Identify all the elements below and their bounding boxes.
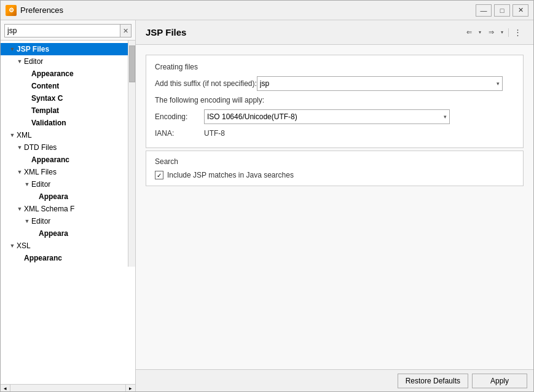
tree-item-content[interactable]: Content <box>1 80 128 92</box>
tree-item-xml[interactable]: ▼XML <box>1 129 128 141</box>
restore-defaults-button[interactable]: Restore Defaults <box>398 374 468 388</box>
back-dropdown-button[interactable]: ▾ <box>476 26 484 39</box>
tree-item-xml-appearance[interactable]: Appeara <box>1 190 128 203</box>
encoding-label: Encoding: <box>155 112 204 121</box>
tree-label-syntax: Syntax C <box>31 94 63 103</box>
tree-expander-xml-schema[interactable]: ▼ <box>15 203 24 215</box>
nav-buttons: ⇐ ▾ ⇒ ▾ ⋮ <box>463 26 524 39</box>
panel-menu-button[interactable]: ⋮ <box>511 26 524 39</box>
include-jsp-label: Include JSP matches in Java searches <box>167 171 294 179</box>
tree-label-xsl: XSL <box>17 241 31 250</box>
suffix-label: Add this suffix (if not specified): <box>155 79 257 88</box>
tree-label-xml-schema: XML Schema F <box>24 205 74 213</box>
restore-button[interactable]: □ <box>494 4 510 17</box>
tree-expander-jsp-files[interactable]: ▼ <box>8 43 17 55</box>
tree-label-xml-appearance: Appeara <box>39 192 68 201</box>
left-panel: ✕ ▼JSP Files▼EditorAppearanceContentSynt… <box>1 20 136 391</box>
tree-item-xml-schema-appear[interactable]: Appeara <box>1 227 128 240</box>
suffix-select-value: jsp <box>260 79 494 88</box>
tree-item-editor[interactable]: ▼Editor <box>1 55 128 68</box>
tree-label-content: Content <box>31 82 59 90</box>
search-input[interactable] <box>4 24 120 37</box>
include-jsp-checkbox[interactable]: ✓ <box>155 171 163 179</box>
tree-item-templates[interactable]: Templat <box>1 104 128 117</box>
iana-label: IANA: <box>155 129 204 138</box>
encoding-select[interactable]: ISO 10646/Unicode(UTF-8) ▾ <box>204 109 450 124</box>
iana-value: UTF-8 <box>204 129 225 138</box>
search-container: ✕ <box>1 20 135 41</box>
tree-label-xml-files: XML Files <box>24 168 57 176</box>
tree-expander-content[interactable] <box>23 80 31 92</box>
tree-item-xml-editor[interactable]: ▼Editor <box>1 178 128 190</box>
iana-row: IANA: UTF-8 <box>155 129 514 138</box>
tree-expander-templates[interactable] <box>23 104 31 117</box>
suffix-select[interactable]: jsp ▾ <box>257 76 503 91</box>
creating-files-label: Creating files <box>155 63 514 71</box>
tree-item-xsl-appearance[interactable]: Appearanc <box>1 252 128 264</box>
title-bar: ⚙ Preferences — □ ✕ <box>1 1 533 20</box>
tree-item-xml-schema-editor[interactable]: ▼Editor <box>1 215 128 227</box>
search-clear-button[interactable]: ✕ <box>120 24 132 37</box>
tree-item-dtd-appearance[interactable]: Appearanc <box>1 154 128 166</box>
tree-expander-editor[interactable]: ▼ <box>15 55 24 68</box>
tree-expander-dtd-files[interactable]: ▼ <box>15 141 24 154</box>
right-footer: Restore Defaults Apply <box>136 369 533 391</box>
encoding-dropdown-arrow: ▾ <box>444 114 447 120</box>
minimize-button[interactable]: — <box>476 4 492 17</box>
forward-button[interactable]: ⇒ <box>485 26 497 39</box>
search-section-label: Search <box>155 157 514 166</box>
tree-expander-validation[interactable] <box>23 117 31 129</box>
back-button[interactable]: ⇐ <box>463 26 475 39</box>
tree-item-jsp-files[interactable]: ▼JSP Files <box>1 43 128 55</box>
tree-container: ▼JSP Files▼EditorAppearanceContentSyntax… <box>1 41 135 384</box>
encoding-select-value: ISO 10646/Unicode(UTF-8) <box>207 112 441 121</box>
tree-expander-xml-files[interactable]: ▼ <box>15 166 24 178</box>
tree-label-xml-editor: Editor <box>31 180 50 189</box>
encoding-note: The following encoding will apply: <box>155 96 514 104</box>
tree-label-jsp-files: JSP Files <box>17 45 49 53</box>
nav-separator <box>508 28 509 37</box>
tree-item-xml-files[interactable]: ▼XML Files <box>1 166 128 178</box>
apply-button[interactable]: Apply <box>472 374 527 388</box>
tree-scrollbar[interactable] <box>128 41 135 267</box>
tree-label-templates: Templat <box>31 106 59 115</box>
tree-items: ▼JSP Files▼EditorAppearanceContentSyntax… <box>1 41 128 267</box>
right-header: JSP Files ⇐ ▾ ⇒ ▾ ⋮ <box>136 20 533 45</box>
tree-expander-xml[interactable]: ▼ <box>8 129 17 141</box>
tree-expander-xsl[interactable]: ▼ <box>8 240 17 252</box>
close-button[interactable]: ✕ <box>512 4 528 17</box>
tree-expander-xml-schema-editor[interactable]: ▼ <box>23 215 31 227</box>
tree-item-syntax[interactable]: Syntax C <box>1 92 128 104</box>
scroll-left-button[interactable]: ◂ <box>1 385 10 392</box>
tree-item-xml-schema[interactable]: ▼XML Schema F <box>1 203 128 215</box>
search-section: Search ✓ Include JSP matches in Java sea… <box>146 151 524 186</box>
tree-label-xml: XML <box>17 131 32 139</box>
tree-item-appearance[interactable]: Appearance <box>1 68 128 80</box>
tree-label-dtd-files: DTD Files <box>24 143 57 152</box>
tree-expander-xml-editor[interactable]: ▼ <box>23 178 31 190</box>
tree-expander-syntax[interactable] <box>23 92 31 104</box>
tree-item-xsl[interactable]: ▼XSL <box>1 240 128 252</box>
app-icon: ⚙ <box>6 5 17 16</box>
tree-bottom-scrollbar: ◂ ▸ <box>1 384 135 391</box>
tree-item-validation[interactable]: Validation <box>1 117 128 129</box>
right-content: Creating files Add this suffix (if not s… <box>136 45 533 369</box>
tree-expander-xml-appearance[interactable] <box>30 190 39 203</box>
tree-scroll: ▼JSP Files▼EditorAppearanceContentSyntax… <box>1 41 135 267</box>
scroll-right-button[interactable]: ▸ <box>125 385 135 392</box>
include-jsp-row: ✓ Include JSP matches in Java searches <box>155 171 514 179</box>
right-panel: JSP Files ⇐ ▾ ⇒ ▾ ⋮ Creating files Add t… <box>136 20 533 391</box>
tree-expander-dtd-appearance[interactable] <box>23 154 31 166</box>
tree-expander-appearance[interactable] <box>23 68 31 80</box>
tree-scrollbar-thumb[interactable] <box>129 45 135 82</box>
tree-label-appearance: Appearance <box>31 69 74 78</box>
tree-label-dtd-appearance: Appearanc <box>31 155 69 164</box>
encoding-row: Encoding: ISO 10646/Unicode(UTF-8) ▾ <box>155 109 514 124</box>
tree-label-xml-schema-appear: Appeara <box>39 229 68 238</box>
preferences-window: ⚙ Preferences — □ ✕ ✕ ▼JSP Files▼EditorA… <box>0 0 534 392</box>
section-title: JSP Files <box>146 27 186 37</box>
tree-expander-xsl-appearance[interactable] <box>15 252 24 264</box>
tree-expander-xml-schema-appear[interactable] <box>30 227 39 240</box>
tree-item-dtd-files[interactable]: ▼DTD Files <box>1 141 128 154</box>
forward-dropdown-button[interactable]: ▾ <box>498 26 506 39</box>
